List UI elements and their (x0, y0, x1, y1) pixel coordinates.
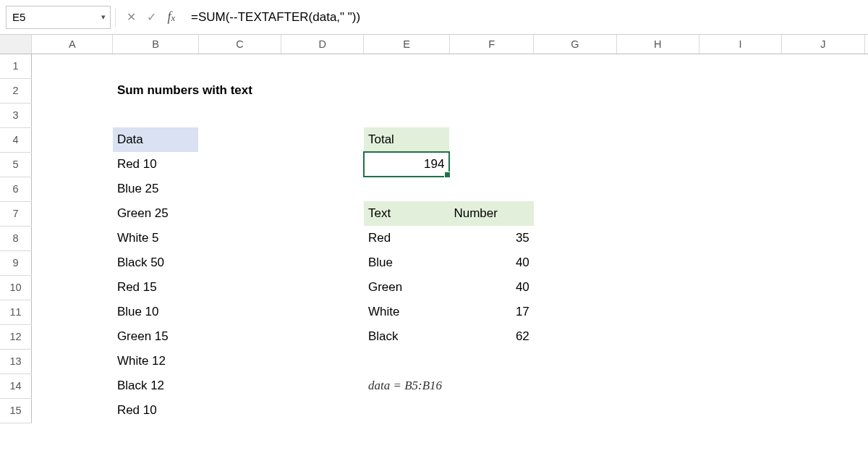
summary-header-number: Number (449, 201, 533, 226)
data-cell[interactable]: Black 12 (113, 373, 198, 398)
data-cell[interactable]: Green 15 (113, 324, 198, 349)
summary-header-text: Text (364, 201, 449, 226)
data-header: Data (113, 127, 198, 152)
data-cell[interactable]: Blue 10 (113, 300, 198, 324)
divider (115, 8, 116, 27)
col-header-B[interactable]: B (113, 35, 198, 54)
spreadsheet-grid: A B C D E F G H I J K 1 2 Sum numbers wi… (0, 35, 868, 423)
row-header-4[interactable]: 4 (0, 127, 32, 152)
row-header-12[interactable]: 12 (0, 324, 32, 349)
col-header-A[interactable]: A (32, 35, 113, 54)
row-header-8[interactable]: 8 (0, 226, 32, 250)
row-header-13[interactable]: 13 (0, 349, 32, 373)
col-header-C[interactable]: C (198, 35, 281, 54)
formula-bar-icons: ✕ ✓ fx (120, 9, 182, 25)
page-title: Sum numbers with text (113, 78, 364, 103)
range-note: data = B5:B16 (364, 373, 616, 398)
formula-input[interactable] (187, 7, 862, 28)
data-cell[interactable]: Red 15 (113, 275, 198, 300)
chevron-down-icon[interactable]: ▾ (96, 12, 110, 22)
column-header-row: A B C D E F G H I J K (0, 35, 868, 54)
summary-number[interactable]: 35 (449, 226, 533, 250)
data-cell[interactable]: Blue 25 (113, 177, 198, 201)
formula-bar: ▾ ✕ ✓ fx (0, 0, 868, 35)
name-box[interactable]: ▾ (6, 6, 111, 29)
row-header-11[interactable]: 11 (0, 300, 32, 324)
summary-text[interactable]: Red (364, 226, 449, 250)
data-cell[interactable]: Green 25 (113, 201, 198, 226)
total-label: Total (364, 127, 449, 151)
row-header-9[interactable]: 9 (0, 250, 32, 275)
sheet-table[interactable]: A B C D E F G H I J K 1 2 Sum numbers wi… (0, 35, 868, 423)
row-header-1[interactable]: 1 (0, 54, 32, 78)
col-header-J[interactable]: J (782, 35, 864, 54)
data-cell[interactable]: White 5 (113, 226, 198, 250)
summary-text[interactable]: Black (364, 324, 449, 349)
data-cell[interactable]: Black 50 (113, 250, 198, 275)
col-header-K[interactable]: K (864, 35, 868, 54)
data-cell[interactable]: Red 10 (113, 152, 198, 177)
cancel-icon[interactable]: ✕ (124, 10, 137, 24)
col-header-G[interactable]: G (534, 35, 616, 54)
data-cell[interactable]: Red 10 (113, 398, 198, 423)
row-header-2[interactable]: 2 (0, 78, 32, 103)
row-header-15[interactable]: 15 (0, 398, 32, 423)
row-header-14[interactable]: 14 (0, 373, 32, 398)
summary-text[interactable]: White (364, 300, 449, 324)
col-header-I[interactable]: I (699, 35, 781, 54)
col-header-F[interactable]: F (449, 35, 533, 54)
summary-number[interactable]: 40 (449, 250, 533, 275)
row-header-7[interactable]: 7 (0, 201, 32, 226)
summary-text[interactable]: Green (364, 275, 449, 300)
col-header-H[interactable]: H (616, 35, 699, 54)
summary-number[interactable]: 40 (449, 275, 533, 300)
col-header-D[interactable]: D (281, 35, 364, 54)
row-header-10[interactable]: 10 (0, 275, 32, 300)
select-all-corner[interactable] (0, 35, 32, 54)
summary-number[interactable]: 62 (449, 324, 533, 349)
total-value[interactable]: 194 (365, 153, 448, 176)
row-header-5[interactable]: 5 (0, 152, 32, 177)
row-header-6[interactable]: 6 (0, 177, 32, 201)
data-cell[interactable]: White 12 (113, 349, 198, 373)
col-header-E[interactable]: E (364, 35, 449, 54)
enter-icon[interactable]: ✓ (145, 10, 158, 24)
summary-number[interactable]: 17 (449, 300, 533, 324)
summary-text[interactable]: Blue (364, 250, 449, 275)
fx-icon[interactable]: fx (165, 9, 178, 25)
cell-reference-input[interactable] (7, 9, 96, 25)
row-header-3[interactable]: 3 (0, 103, 32, 127)
